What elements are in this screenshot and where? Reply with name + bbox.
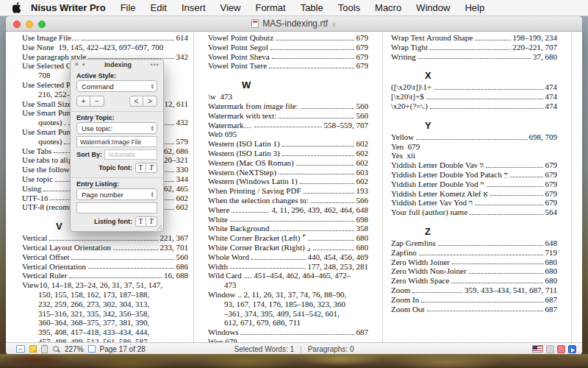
previous-button[interactable]: < — [129, 96, 143, 107]
selected-words-count: Selected Words: 1 — [234, 345, 295, 353]
index-line — [391, 217, 557, 225]
us-flag-icon[interactable] — [532, 345, 543, 353]
menu-item-format[interactable]: Format — [248, 0, 293, 16]
more-icon[interactable]: ••• — [151, 61, 159, 68]
column-divider — [382, 32, 383, 342]
index-line: Western (Windows Latin 1)602 — [208, 177, 368, 186]
active-style-value: Command — [82, 82, 114, 91]
menu-item-macro[interactable]: Macro — [368, 0, 409, 16]
zoom-level[interactable]: 227% — [65, 345, 84, 353]
divider — [71, 111, 163, 112]
entry-topic-label: Entry Topic: — [76, 114, 157, 121]
index-line: Windows687 — [208, 328, 368, 337]
active-style-select[interactable]: Command ▲▼ — [76, 80, 157, 92]
index-line: Vertical221, 367 — [22, 233, 188, 243]
index-line: Yiddish Letter Double Yod ײ679 — [391, 180, 557, 189]
sticky-note-icon[interactable] — [29, 345, 37, 353]
zoom-window-button[interactable] — [38, 21, 46, 28]
index-line: 93, 167, 174, 176, 185–186, 323, 360 — [208, 300, 368, 309]
page-indicator[interactable]: Page 17 of 28 — [100, 345, 146, 353]
index-line: Zoom Out687 — [391, 305, 557, 314]
index-line: White Background358 — [208, 224, 368, 233]
index-line: Yes xii — [391, 151, 557, 160]
topic-field[interactable]: Watermark:Image File — [76, 136, 157, 147]
index-line: Zap Gremlins648 — [391, 238, 557, 248]
paragraphs-count: Paragraphs: 0 — [308, 345, 354, 353]
palette-title: Indexing — [86, 61, 151, 68]
chevron-down-icon[interactable]: ∨ — [331, 21, 337, 28]
stepper-icon: ▲▼ — [151, 124, 154, 132]
clipboard-icon[interactable] — [41, 345, 48, 353]
listing-font-regular-button[interactable]: T — [135, 216, 146, 227]
index-line: Vertical Layout Orientation233, 701 — [22, 243, 188, 252]
index-line — [391, 111, 557, 119]
title-bar[interactable]: MAS-indexing.rtf ∨ — [6, 16, 582, 32]
remove-style-button[interactable]: − — [90, 96, 104, 107]
index-line: Zapfino719 — [391, 248, 557, 258]
menu-item-view[interactable]: View — [213, 0, 248, 16]
topic-font-italic-button[interactable]: T — [146, 163, 157, 173]
menu-item-table[interactable]: Table — [293, 0, 331, 16]
listing-value: Page number — [82, 191, 123, 199]
index-line: When the selection changes to:566 — [208, 196, 368, 205]
index-line: \w 473 — [208, 92, 368, 102]
menu-bar: Nisus Writer ProFileEditInsertViewFormat… — [0, 0, 588, 16]
menu-item-nisus-writer-pro[interactable]: Nisus Writer Pro — [25, 0, 113, 16]
index-line: Vertical Ruler16, 688 — [22, 271, 188, 280]
status-badge-red-icon[interactable] — [557, 345, 565, 353]
topic-font-regular-button[interactable]: T — [135, 163, 146, 173]
page-indicator-icon[interactable] — [88, 345, 96, 353]
index-line — [391, 61, 557, 69]
document-proxy-icon[interactable] — [251, 19, 259, 28]
listing-font-italic-button[interactable]: T — [146, 216, 157, 227]
topic-font-label: Topic font: — [98, 164, 132, 171]
next-button[interactable]: > — [143, 96, 157, 107]
magnifier-icon[interactable] — [52, 345, 60, 353]
menu-item-window[interactable]: Window — [409, 0, 457, 16]
index-line: Wild Card .... 451–454, 462, 464–465, 47… — [208, 271, 368, 280]
menu-item-file[interactable]: File — [113, 0, 143, 16]
status-badge-blue-icon[interactable] — [568, 345, 576, 353]
index-line: 473 — [208, 280, 368, 290]
listing-select[interactable]: Page number ▲▼ — [76, 188, 157, 200]
index-line: 232, 259, 266, 273, 302, 304, 313, — [22, 300, 188, 309]
page-view-icon[interactable] — [16, 345, 25, 353]
index-line: Width177, 248, 253, 281 — [208, 262, 368, 272]
sort-by-label: Sort By: — [76, 151, 102, 158]
menu-item-insert[interactable]: Insert — [174, 0, 213, 16]
index-line: Yen 679 — [391, 142, 557, 152]
index-line: Zoom359, 433–434, 541, 687, 711 — [391, 286, 557, 295]
close-window-button[interactable] — [13, 21, 21, 28]
desktop-wallpaper — [0, 354, 588, 368]
add-style-button[interactable]: + — [76, 96, 90, 107]
index-line: Zero Width Joiner680 — [391, 258, 557, 267]
stepper-icon: ▲▼ — [151, 82, 154, 91]
index-line: View10, 14–18, 23–24, 26, 31, 37, 51, 14… — [22, 280, 188, 290]
active-style-label: Active Style: — [76, 72, 157, 79]
index-line: 395, 408, 417–418, 433–434, 444, — [22, 328, 188, 337]
index-line: Won 679 — [208, 337, 368, 342]
minimize-window-button[interactable] — [26, 21, 33, 28]
index-line: [\x20\t]+$474 — [391, 92, 557, 102]
index-line: Vowel Point Tsere679 — [208, 61, 368, 71]
menu-item-help[interactable]: Help — [457, 0, 492, 16]
indexing-palette[interactable]: ✕ ▼ Indexing ••• Active Style: Command ▲… — [70, 59, 164, 232]
index-line: Zero Width Space680 — [391, 276, 557, 286]
index-line: White Corner Bracket (Left) ⌜680 — [208, 233, 368, 243]
menu-item-tools[interactable]: Tools — [331, 0, 368, 16]
index-heading: Y — [391, 119, 557, 132]
index-line: Yiddish Letter Double Yod Patach ײַ679 — [391, 170, 557, 180]
index-line: Wrap Tight220–221, 707 — [391, 43, 557, 52]
input-source-icon[interactable] — [546, 345, 554, 353]
index-line: Your full (author) name564 — [391, 208, 557, 217]
use-topic-select[interactable]: Use topic: ▲▼ — [76, 122, 157, 134]
menu-item-edit[interactable]: Edit — [143, 0, 174, 16]
column-divider — [571, 32, 572, 342]
apple-menu-icon[interactable] — [9, 2, 25, 13]
palette-header[interactable]: ✕ ▼ Indexing ••• — [71, 60, 163, 70]
index-heading: W — [208, 79, 368, 92]
listing-field[interactable] — [76, 202, 157, 213]
sort-by-field[interactable]: Automatic — [104, 149, 157, 160]
index-line: Yellow698, 709 — [391, 132, 557, 142]
close-icon[interactable]: ✕ — [74, 60, 79, 70]
